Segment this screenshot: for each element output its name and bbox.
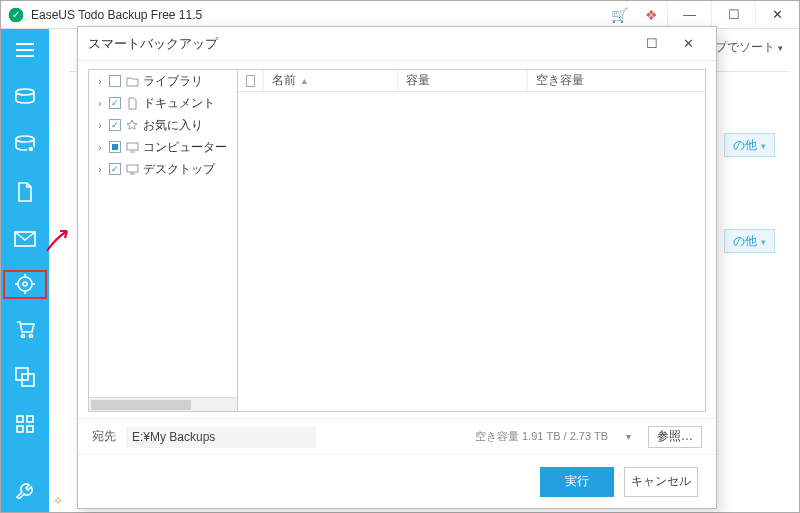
tree-horizontal-scrollbar[interactable] xyxy=(89,397,237,411)
checkbox[interactable]: ✓ xyxy=(109,119,121,131)
sidebar-store-icon[interactable] xyxy=(1,315,49,344)
sidebar-smart-backup-icon[interactable] xyxy=(3,270,47,299)
svg-rect-12 xyxy=(17,426,23,432)
list-header-free[interactable]: 空き容量 xyxy=(528,70,705,91)
tree-item-libraries[interactable]: › ライブラリ xyxy=(89,70,237,92)
minimize-button[interactable]: — xyxy=(667,1,711,29)
tree-label: ドキュメント xyxy=(143,95,215,112)
desktop-icon xyxy=(125,162,139,176)
app-logo-icon: ✓ xyxy=(7,6,25,24)
checkbox[interactable]: ✓ xyxy=(109,163,121,175)
svg-point-0 xyxy=(16,89,34,95)
dialog-footer: 実行 キャンセル xyxy=(78,454,716,508)
maximize-button[interactable]: ☐ xyxy=(711,1,755,29)
cart-icon[interactable]: 🛒 xyxy=(603,7,635,23)
smart-backup-dialog: スマートバックアップ ☐ ✕ › ライブラリ › ✓ xyxy=(77,26,717,509)
svg-point-5 xyxy=(23,282,27,286)
svg-rect-10 xyxy=(17,416,23,422)
svg-rect-11 xyxy=(27,416,33,422)
chevron-down-icon: ▾ xyxy=(778,43,783,53)
destination-row: 宛先 E:¥My Backups 空き容量 1.91 TB / 2.73 TB … xyxy=(78,418,716,454)
sidebar-tools-icon[interactable] xyxy=(1,409,49,438)
list-header-capacity[interactable]: 容量 xyxy=(398,70,528,91)
app-title: EaseUS Todo Backup Free 11.5 xyxy=(31,8,202,22)
svg-point-2 xyxy=(28,146,34,152)
file-list: 名前 ▲ 容量 空き容量 xyxy=(238,69,706,412)
sidebar-system-backup-icon[interactable] xyxy=(1,130,49,159)
source-tree: › ライブラリ › ✓ ドキュメント › ✓ xyxy=(88,69,238,412)
activation-icon[interactable]: ✧ xyxy=(53,494,69,508)
destination-free-space: 空き容量 1.91 TB / 2.73 TB xyxy=(475,429,608,444)
gift-icon[interactable]: ❖ xyxy=(635,7,667,23)
sidebar-disk-backup-icon[interactable] xyxy=(1,82,49,111)
dialog-title-bar: スマートバックアップ ☐ ✕ xyxy=(78,27,716,61)
dialog-title: スマートバックアップ xyxy=(88,35,218,53)
sidebar xyxy=(1,29,49,512)
other-chip-1[interactable]: の他▾ xyxy=(724,133,775,157)
tree-item-computer[interactable]: › コンピューター xyxy=(89,136,237,158)
checkbox[interactable] xyxy=(109,75,121,87)
svg-point-4 xyxy=(18,277,32,291)
sidebar-clone-icon[interactable] xyxy=(1,362,49,391)
sidebar-settings-icon[interactable] xyxy=(1,475,49,504)
expand-icon[interactable]: › xyxy=(95,142,105,153)
list-header-checkbox-col[interactable] xyxy=(238,70,264,91)
svg-point-7 xyxy=(30,335,33,338)
sidebar-menu-button[interactable] xyxy=(1,35,49,64)
sort-dropdown[interactable]: プでソート▾ xyxy=(715,39,783,56)
sort-label: プでソート xyxy=(715,40,775,54)
title-bar: ✓ EaseUS Todo Backup Free 11.5 🛒 ❖ — ☐ ✕ xyxy=(1,1,799,29)
destination-label: 宛先 xyxy=(92,428,116,445)
svg-rect-15 xyxy=(127,165,138,172)
sort-asc-icon: ▲ xyxy=(300,76,309,86)
svg-rect-13 xyxy=(27,426,33,432)
svg-rect-14 xyxy=(127,143,138,150)
folder-icon xyxy=(125,74,139,88)
chevron-down-icon: ▾ xyxy=(761,237,766,247)
dialog-close-button[interactable]: ✕ xyxy=(670,30,706,58)
tree-label: コンピューター xyxy=(143,139,227,156)
destination-path-input[interactable]: E:¥My Backups xyxy=(126,426,316,448)
tree-label: デスクトップ xyxy=(143,161,215,178)
tree-label: ライブラリ xyxy=(143,73,203,90)
expand-icon[interactable]: › xyxy=(95,98,105,109)
chevron-down-icon: ▾ xyxy=(761,141,766,151)
other-chip-2[interactable]: の他▾ xyxy=(724,229,775,253)
sidebar-file-backup-icon[interactable] xyxy=(1,177,49,206)
tree-item-desktop[interactable]: › ✓ デスクトップ xyxy=(89,158,237,180)
svg-point-1 xyxy=(16,136,34,142)
document-icon xyxy=(125,96,139,110)
main-window: ✓ EaseUS Todo Backup Free 11.5 🛒 ❖ — ☐ ✕ xyxy=(0,0,800,513)
tree-item-favorites[interactable]: › ✓ お気に入り xyxy=(89,114,237,136)
checkbox[interactable]: ✓ xyxy=(109,97,121,109)
tree-item-documents[interactable]: › ✓ ドキュメント xyxy=(89,92,237,114)
tree-label: お気に入り xyxy=(143,117,203,134)
browse-button[interactable]: 参照… xyxy=(648,426,702,448)
dialog-maximize-button[interactable]: ☐ xyxy=(634,30,670,58)
cancel-button[interactable]: キャンセル xyxy=(624,467,698,497)
dialog-body: › ライブラリ › ✓ ドキュメント › ✓ xyxy=(78,61,716,418)
close-button[interactable]: ✕ xyxy=(755,1,799,29)
list-header: 名前 ▲ 容量 空き容量 xyxy=(238,70,705,92)
sidebar-mail-backup-icon[interactable] xyxy=(1,224,49,253)
destination-dropdown[interactable]: ▾ xyxy=(618,431,638,442)
computer-icon xyxy=(125,140,139,154)
expand-icon[interactable]: › xyxy=(95,76,105,87)
checkbox[interactable] xyxy=(109,141,121,153)
favorites-icon xyxy=(125,118,139,132)
list-header-name[interactable]: 名前 ▲ xyxy=(264,70,398,91)
run-button[interactable]: 実行 xyxy=(540,467,614,497)
expand-icon[interactable]: › xyxy=(95,164,105,175)
expand-icon[interactable]: › xyxy=(95,120,105,131)
svg-point-6 xyxy=(22,335,25,338)
